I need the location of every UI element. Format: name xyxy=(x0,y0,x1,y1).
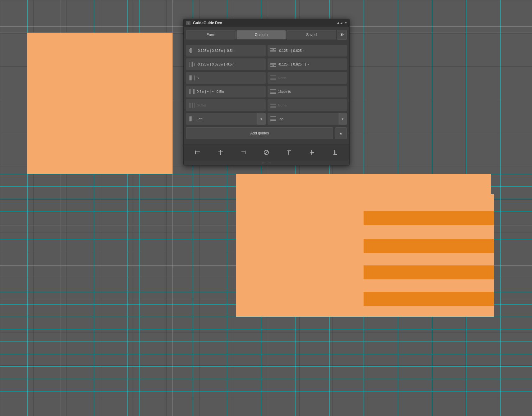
field-col1-row2-text: -0.125in | 0.625in | -0.5in xyxy=(197,62,263,66)
svg-rect-57 xyxy=(241,151,245,152)
canvas-rect-light-bottomcenter xyxy=(329,174,364,317)
tab-custom[interactable]: Custom xyxy=(236,30,286,39)
panel-resize-handle[interactable]: ▪▪▪▪▪▪▪▪ xyxy=(184,161,349,165)
svg-rect-31 xyxy=(270,91,276,91)
svg-rect-35 xyxy=(190,103,191,108)
align-middle-icon xyxy=(309,149,315,156)
field-col2-row1[interactable]: -0.125in | 0.625in xyxy=(268,45,347,57)
svg-rect-5 xyxy=(273,49,274,50)
fields-grid: -0.125in | 0.625in | -0.5in -0.125in | 0… xyxy=(186,45,347,125)
rows-top-icon xyxy=(270,48,276,53)
svg-rect-9 xyxy=(190,62,190,67)
svg-rect-27 xyxy=(192,89,192,94)
svg-rect-29 xyxy=(194,89,195,94)
svg-rect-50 xyxy=(195,151,196,154)
guideguide-panel: × GuideGuide Dev ◄◄ ≡ Form Custom Saved … xyxy=(183,19,350,165)
rows-bottom-icon xyxy=(270,62,276,67)
svg-line-60 xyxy=(265,151,268,154)
svg-rect-2 xyxy=(191,48,192,53)
drag-dots-icon: ▪▪▪▪▪▪▪▪ xyxy=(262,161,271,165)
columns-origin-icon xyxy=(189,116,195,121)
svg-rect-28 xyxy=(193,89,194,94)
svg-rect-43 xyxy=(190,116,191,121)
field-col2-row3[interactable]: Rows xyxy=(268,72,347,84)
svg-rect-0 xyxy=(189,49,190,52)
align-bottom-button[interactable] xyxy=(330,147,341,158)
field-col1-row3[interactable]: 3 xyxy=(186,72,266,84)
panel-title: GuideGuide Dev xyxy=(193,21,222,25)
field-col2-row3-text: Rows xyxy=(278,76,345,80)
svg-rect-24 xyxy=(270,79,276,80)
tab-eye-button[interactable]: 👁 xyxy=(337,30,347,40)
guide-horizontal xyxy=(0,329,532,329)
guide-horizontal xyxy=(0,341,532,342)
svg-rect-20 xyxy=(194,75,195,80)
panel-menu-button[interactable]: ≡ xyxy=(345,21,347,25)
field-col1-row6-main: Left xyxy=(186,113,257,125)
clear-button[interactable] xyxy=(261,147,272,158)
canvas-rect-dark-row2 xyxy=(364,239,494,253)
field-col2-row6[interactable]: Top ▼ xyxy=(268,113,347,125)
svg-rect-61 xyxy=(287,150,291,151)
tab-saved[interactable]: Saved xyxy=(287,30,336,39)
align-top-button[interactable] xyxy=(284,147,295,158)
canvas-rect-fill2 xyxy=(364,225,494,239)
svg-rect-38 xyxy=(270,103,276,103)
canvas-rect-light-row1 xyxy=(364,174,398,194)
field-col1-row3-text: 3 xyxy=(197,76,263,80)
align-bottom-icon xyxy=(332,149,338,156)
field-col1-dropdown-button[interactable]: ▼ xyxy=(257,113,266,125)
svg-rect-21 xyxy=(270,75,276,76)
field-col2-dropdown-button[interactable]: ▼ xyxy=(338,113,347,125)
field-col1-row4[interactable]: 0.5in | ~ | ~ | 0.5in xyxy=(186,86,266,97)
svg-rect-3 xyxy=(193,48,193,53)
rows-origin-icon xyxy=(270,116,276,121)
field-col1-row5[interactable]: Gutter xyxy=(186,99,266,111)
canvas-rect-light-row3 xyxy=(432,174,466,194)
panel-content: -0.125in | 0.625in | -0.5in -0.125in | 0… xyxy=(184,42,349,144)
align-top-icon xyxy=(286,149,292,156)
field-col1-row2[interactable]: -0.125in | 0.625in | -0.5in xyxy=(186,58,266,70)
canvas-rect-fill3 xyxy=(364,253,494,265)
svg-rect-63 xyxy=(290,151,290,153)
svg-rect-4 xyxy=(270,48,276,49)
align-center-h-icon xyxy=(218,149,224,156)
align-right-button[interactable] xyxy=(238,147,249,158)
field-col1-row1[interactable]: -0.125in | 0.625in | -0.5in xyxy=(186,45,266,57)
align-left-button[interactable] xyxy=(192,147,203,158)
add-guides-button[interactable]: Add guides xyxy=(186,127,333,139)
panel-close-button[interactable]: × xyxy=(186,21,190,25)
tab-form[interactable]: Form xyxy=(186,30,236,39)
add-guides-row: Add guides ▲ xyxy=(186,127,347,139)
svg-rect-45 xyxy=(193,116,193,121)
field-col1-row6-text: Left xyxy=(197,117,255,121)
svg-rect-65 xyxy=(311,150,312,155)
canvas-rect-light-row2 xyxy=(398,174,432,194)
field-col2-row4[interactable]: 16points xyxy=(268,86,347,97)
svg-rect-67 xyxy=(333,154,337,155)
eye-icon: 👁 xyxy=(340,32,344,37)
align-center-h-button[interactable] xyxy=(215,147,226,158)
field-col2-row5[interactable]: Gutter xyxy=(268,99,347,111)
svg-rect-46 xyxy=(270,116,276,117)
triangle-button[interactable]: ▲ xyxy=(335,127,347,139)
svg-rect-66 xyxy=(313,151,313,154)
columns-gutter-icon xyxy=(189,89,195,94)
canvas-rect-light-topright xyxy=(139,33,172,174)
svg-rect-36 xyxy=(192,103,193,108)
svg-rect-33 xyxy=(270,93,276,94)
field-col2-row2[interactable]: -0.125in | 0.625in | ~ xyxy=(268,58,347,70)
rows-label-icon xyxy=(270,75,276,80)
panel-collapse-button[interactable]: ◄◄ xyxy=(336,21,343,25)
svg-rect-53 xyxy=(220,150,221,155)
svg-rect-14 xyxy=(273,65,274,66)
svg-rect-51 xyxy=(196,151,200,152)
field-col2-row6-text: Top xyxy=(278,117,336,121)
align-middle-button[interactable] xyxy=(307,147,318,158)
svg-rect-25 xyxy=(189,89,190,94)
svg-rect-48 xyxy=(270,119,276,120)
svg-rect-56 xyxy=(245,151,246,154)
columns-left-icon xyxy=(189,48,195,53)
field-col1-row6[interactable]: Left ▼ xyxy=(186,113,266,125)
svg-rect-12 xyxy=(270,64,276,65)
